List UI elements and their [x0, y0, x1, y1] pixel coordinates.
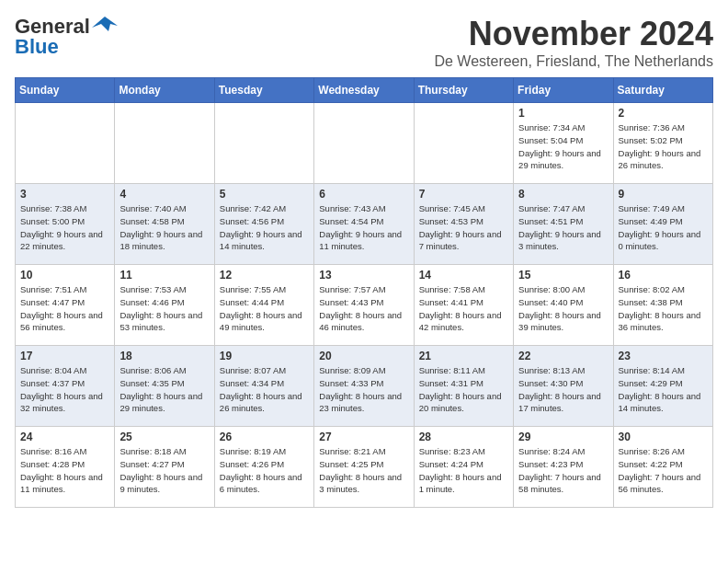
calendar-cell: 2Sunrise: 7:36 AM Sunset: 5:02 PM Daylig…: [613, 103, 712, 184]
day-info: Sunrise: 7:42 AM Sunset: 4:56 PM Dayligh…: [220, 202, 309, 253]
day-info: Sunrise: 7:49 AM Sunset: 4:49 PM Dayligh…: [619, 202, 708, 253]
calendar-cell: 28Sunrise: 8:23 AM Sunset: 4:24 PM Dayli…: [414, 427, 513, 508]
calendar-cell: 22Sunrise: 8:13 AM Sunset: 4:30 PM Dayli…: [514, 346, 613, 427]
day-number: 28: [419, 431, 508, 443]
day-number: 16: [619, 269, 708, 282]
day-number: 4: [119, 188, 209, 201]
column-header-saturday: Saturday: [613, 78, 712, 103]
calendar-cell: 5Sunrise: 7:42 AM Sunset: 4:56 PM Daylig…: [214, 184, 313, 265]
calendar-cell: 26Sunrise: 8:19 AM Sunset: 4:26 PM Dayli…: [214, 427, 313, 508]
day-number: 20: [319, 350, 408, 362]
day-number: 25: [119, 431, 209, 443]
day-number: 5: [220, 188, 309, 201]
day-number: 18: [119, 350, 209, 362]
calendar-body: 1Sunrise: 7:34 AM Sunset: 5:04 PM Daylig…: [16, 103, 713, 508]
day-info: Sunrise: 7:36 AM Sunset: 5:02 PM Dayligh…: [619, 121, 708, 172]
day-number: 23: [619, 350, 708, 362]
calendar-cell: 30Sunrise: 8:26 AM Sunset: 4:22 PM Dayli…: [613, 427, 712, 508]
day-info: Sunrise: 8:21 AM Sunset: 4:25 PM Dayligh…: [319, 445, 408, 496]
day-info: Sunrise: 8:07 AM Sunset: 4:34 PM Dayligh…: [220, 364, 309, 415]
calendar-cell: 19Sunrise: 8:07 AM Sunset: 4:34 PM Dayli…: [214, 346, 313, 427]
day-number: 11: [119, 269, 209, 282]
day-number: 7: [419, 188, 508, 201]
day-number: 6: [319, 188, 408, 201]
day-info: Sunrise: 8:00 AM Sunset: 4:40 PM Dayligh…: [518, 283, 608, 334]
day-number: 29: [518, 431, 608, 443]
month-title: November 2024: [434, 15, 713, 53]
svg-marker-0: [92, 17, 118, 31]
day-info: Sunrise: 8:11 AM Sunset: 4:31 PM Dayligh…: [419, 364, 508, 415]
day-info: Sunrise: 7:58 AM Sunset: 4:41 PM Dayligh…: [419, 283, 508, 334]
day-number: 12: [220, 269, 309, 282]
day-info: Sunrise: 8:26 AM Sunset: 4:22 PM Dayligh…: [619, 445, 708, 496]
day-info: Sunrise: 7:55 AM Sunset: 4:44 PM Dayligh…: [220, 283, 309, 334]
day-number: 27: [319, 431, 408, 443]
calendar-cell: 1Sunrise: 7:34 AM Sunset: 5:04 PM Daylig…: [514, 103, 613, 184]
day-info: Sunrise: 8:19 AM Sunset: 4:26 PM Dayligh…: [220, 445, 309, 496]
calendar-cell: 9Sunrise: 7:49 AM Sunset: 4:49 PM Daylig…: [613, 184, 712, 265]
column-header-tuesday: Tuesday: [214, 78, 313, 103]
calendar-week-1: 1Sunrise: 7:34 AM Sunset: 5:04 PM Daylig…: [16, 103, 713, 184]
day-info: Sunrise: 8:09 AM Sunset: 4:33 PM Dayligh…: [319, 364, 408, 415]
day-number: 9: [619, 188, 708, 201]
column-header-monday: Monday: [115, 78, 214, 103]
calendar-cell: 20Sunrise: 8:09 AM Sunset: 4:33 PM Dayli…: [314, 346, 414, 427]
day-info: Sunrise: 8:04 AM Sunset: 4:37 PM Dayligh…: [20, 364, 109, 415]
day-info: Sunrise: 8:02 AM Sunset: 4:38 PM Dayligh…: [619, 283, 708, 334]
day-number: 19: [220, 350, 309, 362]
header: General Blue November 2024 De Westereen,…: [15, 15, 713, 70]
day-info: Sunrise: 7:45 AM Sunset: 4:53 PM Dayligh…: [419, 202, 508, 253]
calendar-week-2: 3Sunrise: 7:38 AM Sunset: 5:00 PM Daylig…: [16, 184, 713, 265]
day-info: Sunrise: 8:23 AM Sunset: 4:24 PM Dayligh…: [419, 445, 508, 496]
day-number: 13: [319, 269, 408, 282]
calendar-cell: [16, 103, 115, 184]
day-info: Sunrise: 8:24 AM Sunset: 4:23 PM Dayligh…: [518, 445, 608, 496]
calendar-cell: 25Sunrise: 8:18 AM Sunset: 4:27 PM Dayli…: [115, 427, 214, 508]
calendar-cell: 13Sunrise: 7:57 AM Sunset: 4:43 PM Dayli…: [314, 265, 414, 346]
day-number: 8: [518, 188, 608, 201]
calendar-week-3: 10Sunrise: 7:51 AM Sunset: 4:47 PM Dayli…: [16, 265, 713, 346]
day-info: Sunrise: 8:06 AM Sunset: 4:35 PM Dayligh…: [119, 364, 209, 415]
calendar-cell: [115, 103, 214, 184]
day-info: Sunrise: 7:47 AM Sunset: 4:51 PM Dayligh…: [518, 202, 608, 253]
column-header-thursday: Thursday: [414, 78, 513, 103]
calendar-cell: 16Sunrise: 8:02 AM Sunset: 4:38 PM Dayli…: [613, 265, 712, 346]
calendar-cell: 17Sunrise: 8:04 AM Sunset: 4:37 PM Dayli…: [16, 346, 115, 427]
day-info: Sunrise: 7:53 AM Sunset: 4:46 PM Dayligh…: [119, 283, 209, 334]
calendar-cell: 21Sunrise: 8:11 AM Sunset: 4:31 PM Dayli…: [414, 346, 513, 427]
calendar-cell: 27Sunrise: 8:21 AM Sunset: 4:25 PM Dayli…: [314, 427, 414, 508]
day-number: 26: [220, 431, 309, 443]
day-info: Sunrise: 8:13 AM Sunset: 4:30 PM Dayligh…: [518, 364, 608, 415]
calendar-cell: 6Sunrise: 7:43 AM Sunset: 4:54 PM Daylig…: [314, 184, 414, 265]
calendar-cell: [314, 103, 414, 184]
day-info: Sunrise: 8:14 AM Sunset: 4:29 PM Dayligh…: [619, 364, 708, 415]
calendar-cell: 10Sunrise: 7:51 AM Sunset: 4:47 PM Dayli…: [16, 265, 115, 346]
calendar-cell: 24Sunrise: 8:16 AM Sunset: 4:28 PM Dayli…: [16, 427, 115, 508]
day-info: Sunrise: 8:18 AM Sunset: 4:27 PM Dayligh…: [119, 445, 209, 496]
day-info: Sunrise: 8:16 AM Sunset: 4:28 PM Dayligh…: [20, 445, 109, 496]
day-number: 15: [518, 269, 608, 282]
calendar-cell: 18Sunrise: 8:06 AM Sunset: 4:35 PM Dayli…: [115, 346, 214, 427]
day-number: 10: [20, 269, 109, 282]
day-number: 22: [518, 350, 608, 362]
day-info: Sunrise: 7:57 AM Sunset: 4:43 PM Dayligh…: [319, 283, 408, 334]
column-header-wednesday: Wednesday: [314, 78, 414, 103]
day-number: 1: [518, 107, 608, 120]
day-number: 2: [619, 107, 708, 120]
day-info: Sunrise: 7:51 AM Sunset: 4:47 PM Dayligh…: [20, 283, 109, 334]
day-info: Sunrise: 7:40 AM Sunset: 4:58 PM Dayligh…: [119, 202, 209, 253]
column-header-friday: Friday: [514, 78, 613, 103]
day-info: Sunrise: 7:34 AM Sunset: 5:04 PM Dayligh…: [518, 121, 608, 172]
calendar-cell: 11Sunrise: 7:53 AM Sunset: 4:46 PM Dayli…: [115, 265, 214, 346]
calendar-cell: 7Sunrise: 7:45 AM Sunset: 4:53 PM Daylig…: [414, 184, 513, 265]
calendar-cell: 29Sunrise: 8:24 AM Sunset: 4:23 PM Dayli…: [514, 427, 613, 508]
calendar-cell: 4Sunrise: 7:40 AM Sunset: 4:58 PM Daylig…: [115, 184, 214, 265]
title-area: November 2024 De Westereen, Friesland, T…: [434, 15, 713, 70]
calendar-week-5: 24Sunrise: 8:16 AM Sunset: 4:28 PM Dayli…: [16, 427, 713, 508]
calendar-cell: [214, 103, 313, 184]
day-number: 17: [20, 350, 109, 362]
location: De Westereen, Friesland, The Netherlands: [434, 53, 713, 70]
calendar-cell: [414, 103, 513, 184]
day-info: Sunrise: 7:38 AM Sunset: 5:00 PM Dayligh…: [20, 202, 109, 253]
day-number: 30: [619, 431, 708, 443]
